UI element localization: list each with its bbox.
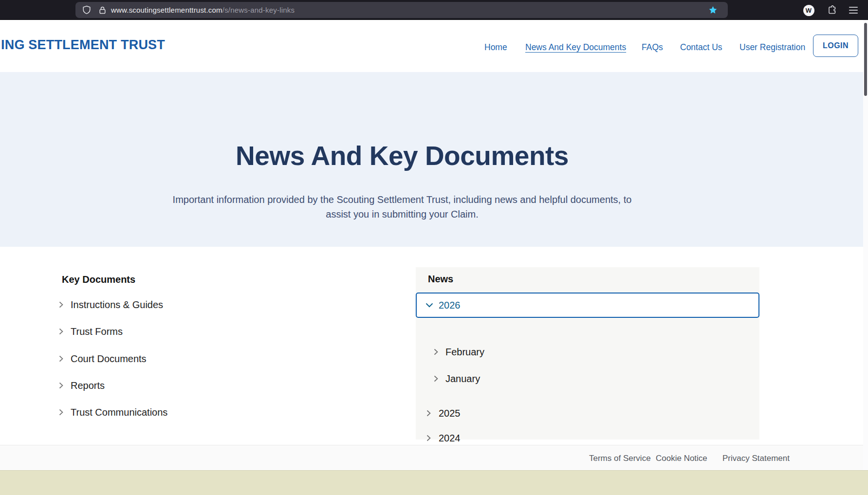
site-logo[interactable]: ING SETTLEMENT TRUST [1, 37, 165, 53]
subtitle-line-1: Important information provided by the Sc… [0, 192, 804, 207]
screen: { "browser": { "url_domain": "www.scouti… [0, 0, 868, 495]
address-bar[interactable]: www.scoutingsettlementtrust.com/s/news-a… [75, 2, 728, 18]
footer-cookie-notice[interactable]: Cookie Notice [656, 454, 707, 463]
browser-toolbar: www.scoutingsettlementtrust.com/s/news-a… [0, 0, 868, 20]
login-button[interactable]: LOGIN [813, 35, 858, 57]
subtitle-line-2: assist you in submitting your Claim. [0, 207, 804, 221]
news-heading: News [428, 274, 453, 285]
web-page: ING SETTLEMENT TRUST Home News And Key D… [0, 20, 868, 470]
extensions-puzzle-button[interactable] [826, 4, 838, 17]
nav-home[interactable]: Home [484, 42, 507, 53]
bookmark-star-icon[interactable] [709, 6, 717, 14]
page-subtitle: Important information provided by the Sc… [0, 192, 804, 221]
url-text[interactable]: www.scoutingsettlementtrust.com/s/news-a… [111, 6, 295, 14]
site-header: ING SETTLEMENT TRUST Home News And Key D… [0, 20, 868, 72]
chevron-down-icon [425, 302, 433, 308]
year-label: 2025 [439, 408, 461, 419]
nav-news-and-key-documents[interactable]: News And Key Documents [525, 42, 626, 53]
month-label: January [445, 373, 480, 385]
puzzle-icon [827, 5, 837, 15]
accordion-item-trust-communications[interactable]: Trust Communications [57, 405, 167, 419]
accordion-year-2024[interactable]: 2024 [425, 431, 461, 445]
chevron-right-icon [425, 410, 432, 417]
url-domain: www.scoutingsettlementtrust.com [111, 6, 222, 14]
accordion-month-january[interactable]: January [432, 372, 480, 385]
lock-icon[interactable] [99, 6, 106, 14]
accordion-item-reports[interactable]: Reports [57, 379, 105, 392]
accordion-item-instructions-guides[interactable]: Instructions & Guides [57, 298, 163, 312]
month-label: February [445, 347, 484, 358]
chevron-right-icon [425, 435, 432, 441]
accordion-year-2026-expanded[interactable]: 2026 [416, 293, 759, 318]
chevron-right-icon [57, 355, 64, 362]
chevron-right-icon [57, 328, 64, 335]
year-label: 2026 [439, 300, 461, 311]
page-title: News And Key Documents [0, 140, 804, 171]
page-footer: Terms of Service Cookie Notice Privacy S… [0, 445, 868, 470]
hamburger-menu-icon [849, 7, 858, 14]
nav-faqs[interactable]: FAQs [642, 42, 663, 53]
windows-taskbar: Search amazon 1 i [0, 470, 868, 495]
accordion-item-trust-forms[interactable]: Trust Forms [57, 325, 123, 338]
nav-user-registration[interactable]: User Registration [739, 42, 805, 53]
url-path: /s/news-and-key-links [222, 6, 295, 14]
accordion-item-label: Reports [71, 380, 105, 391]
scrollbar-thumb[interactable] [864, 23, 867, 96]
extension-w-button[interactable]: W [802, 4, 815, 17]
chevron-right-icon [432, 375, 439, 382]
year-label: 2024 [439, 433, 461, 444]
chevron-right-icon [57, 301, 64, 308]
tracking-shield-icon[interactable] [82, 5, 91, 15]
footer-privacy-statement[interactable]: Privacy Statement [722, 454, 790, 463]
accordion-item-label: Court Documents [71, 353, 147, 365]
browser-menu-button[interactable] [847, 4, 860, 17]
chevron-right-icon [57, 409, 64, 416]
accordion-item-label: Trust Forms [71, 326, 123, 337]
nav-contact-us[interactable]: Contact Us [680, 42, 722, 53]
footer-terms-of-service[interactable]: Terms of Service [589, 454, 651, 463]
scrollbar-track[interactable] [863, 20, 868, 470]
key-documents-heading: Key Documents [62, 274, 135, 285]
accordion-item-label: Trust Communications [71, 407, 167, 418]
hero-banner: News And Key Documents Important informa… [0, 72, 868, 247]
chevron-right-icon [57, 382, 64, 389]
news-panel: News 2026 February January 2025 2024 [416, 267, 759, 440]
accordion-item-label: Instructions & Guides [71, 299, 163, 311]
chevron-right-icon [432, 348, 439, 355]
accordion-month-february[interactable]: February [432, 345, 484, 359]
accordion-year-2025[interactable]: 2025 [425, 406, 461, 420]
hero-content: News And Key Documents Important informa… [0, 72, 804, 247]
w-extension-icon: W [803, 5, 814, 16]
accordion-item-court-documents[interactable]: Court Documents [57, 352, 147, 366]
